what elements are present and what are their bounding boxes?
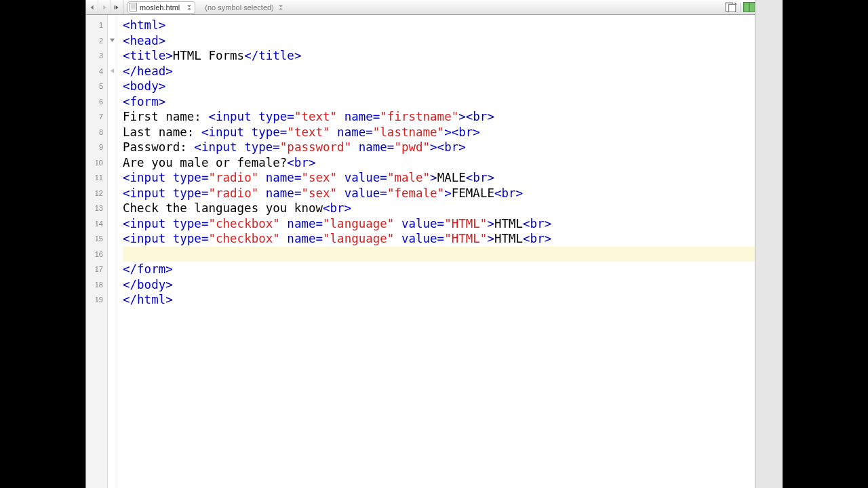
code-line[interactable]: <input type="checkbox" name="language" v…	[123, 216, 782, 232]
nav-forward-button[interactable]	[98, 0, 111, 14]
token-plain: HTML	[494, 217, 523, 230]
token-tag: <input	[194, 140, 244, 154]
code-line[interactable]: Are you male or female?<br>	[123, 155, 782, 171]
fold-cell[interactable]	[108, 262, 117, 277]
code-line[interactable]: First name: <input type="text" name="fir…	[123, 109, 782, 125]
token-attr: type=	[173, 186, 209, 200]
token-tag: </html>	[123, 293, 173, 306]
code-line[interactable]: <input type="checkbox" name="language" v…	[123, 231, 782, 247]
fold-cell[interactable]	[108, 109, 117, 125]
token-tag: >	[487, 232, 494, 245]
line-number-gutter: 12345678910111213141516171819	[86, 15, 108, 488]
token-attr: name=	[258, 186, 301, 200]
document-icon	[130, 3, 137, 12]
fold-cell[interactable]	[108, 64, 117, 79]
recent-files-button[interactable]	[111, 0, 123, 14]
token-tag: <input	[201, 125, 252, 139]
token-str: "male"	[387, 171, 430, 184]
code-line[interactable]: <body>	[123, 79, 782, 94]
code-line[interactable]: </html>	[123, 292, 782, 308]
code-line[interactable]: Check the languages you know<br>	[123, 201, 782, 216]
separator	[740, 3, 741, 12]
token-plain: HTML Forms	[173, 49, 244, 62]
svg-marker-15	[110, 39, 115, 42]
nav-back-button[interactable]	[86, 0, 98, 14]
token-attr: value=	[394, 217, 444, 230]
token-plain: FEMALE	[452, 186, 494, 200]
fold-cell[interactable]	[108, 33, 117, 49]
symbol-selector[interactable]: (no symbol selected)	[202, 1, 286, 14]
token-str: "radio"	[208, 171, 258, 184]
code-line[interactable]: <title>HTML Forms</title>	[123, 48, 782, 64]
token-str: "HTML"	[444, 232, 487, 245]
fold-cell[interactable]	[108, 125, 117, 140]
token-str: "HTML"	[444, 217, 487, 230]
token-str: "pwd"	[394, 140, 430, 154]
svg-marker-6	[187, 7, 191, 9]
svg-marker-16	[111, 68, 114, 73]
file-selector[interactable]: mosleh.html	[127, 1, 195, 14]
line-number: 2	[86, 33, 107, 49]
token-attr: type=	[252, 125, 288, 139]
fold-cell[interactable]	[108, 277, 117, 293]
token-tag: >	[487, 217, 494, 230]
code-line[interactable]: <input type="radio" name="sex" value="fe…	[123, 186, 782, 201]
code-line[interactable]: Password: <input type="password" name="p…	[123, 140, 782, 155]
svg-marker-8	[279, 7, 283, 9]
fold-cell[interactable]	[108, 48, 117, 64]
token-tag: <input	[123, 171, 173, 184]
token-tag: <body>	[123, 79, 165, 93]
line-number: 12	[86, 186, 107, 201]
token-tag: <input	[123, 232, 173, 245]
token-tag: <form>	[123, 95, 165, 108]
code-line[interactable]: <html>	[123, 18, 782, 33]
fold-cell[interactable]	[108, 18, 117, 33]
svg-marker-11	[735, 2, 737, 4]
fold-cell[interactable]	[108, 201, 117, 216]
fold-cell[interactable]	[108, 216, 117, 232]
token-plain: First name:	[123, 110, 208, 123]
code-line[interactable]: <form>	[123, 94, 782, 110]
fold-open-icon	[109, 37, 115, 43]
token-str: "password"	[280, 140, 351, 154]
code-line[interactable]: </body>	[123, 277, 782, 293]
fold-cell[interactable]	[108, 170, 117, 186]
fold-cell[interactable]	[108, 231, 117, 247]
fold-cell[interactable]	[108, 140, 117, 155]
fold-column	[108, 15, 117, 488]
code-editor[interactable]: 12345678910111213141516171819 <html><hea…	[86, 15, 782, 488]
token-str: "lastname"	[373, 125, 444, 139]
code-area[interactable]: <html><head><title>HTML Forms</title></h…	[117, 15, 782, 488]
token-tag: <input	[123, 217, 173, 230]
token-str: "text"	[287, 125, 330, 139]
token-attr: type=	[173, 171, 209, 184]
fold-cell[interactable]	[108, 247, 117, 262]
nav-history-group	[86, 0, 123, 14]
split-view-button[interactable]	[743, 2, 755, 13]
token-str: "sex"	[301, 186, 337, 200]
line-number: 4	[86, 64, 107, 79]
svg-rect-10	[729, 4, 736, 12]
file-name-label: mosleh.html	[140, 3, 180, 12]
token-plain: Password:	[123, 140, 194, 154]
code-line[interactable]: Last name: <input type="text" name="last…	[123, 125, 782, 140]
token-str: "checkbox"	[208, 232, 279, 245]
code-line[interactable]	[123, 247, 782, 262]
token-tag: >	[430, 171, 437, 184]
fold-cell[interactable]	[108, 292, 117, 308]
code-line[interactable]: </head>	[123, 64, 782, 79]
code-line[interactable]: </form>	[123, 262, 782, 277]
symbol-label: (no symbol selected)	[205, 3, 274, 12]
fold-cell[interactable]	[108, 79, 117, 94]
fold-cell[interactable]	[108, 186, 117, 201]
code-line[interactable]: <input type="radio" name="sex" value="ma…	[123, 170, 782, 186]
fold-cell[interactable]	[108, 94, 117, 110]
token-attr: type=	[173, 217, 209, 230]
token-tag: <input	[208, 110, 258, 123]
code-line[interactable]: <head>	[123, 33, 782, 49]
fold-cell[interactable]	[108, 155, 117, 171]
token-plain: Check the languages you know	[123, 201, 323, 215]
token-tag: <br>	[523, 232, 551, 245]
counterpart-button[interactable]	[725, 2, 737, 13]
token-attr: value=	[394, 232, 444, 245]
